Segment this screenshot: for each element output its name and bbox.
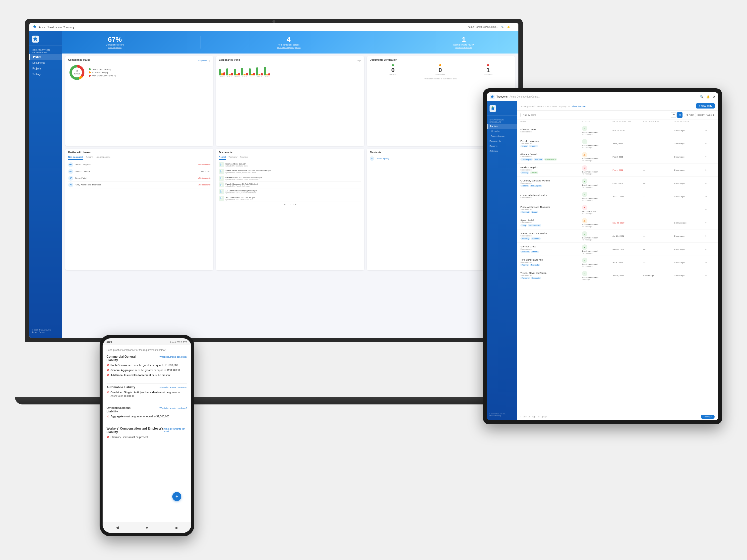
tablet-menu-icon[interactable]: ⚙: [713, 95, 715, 99]
party-name-7[interactable]: Purdy, Abshire and Thompson: [520, 206, 582, 208]
docs-tab-expiring[interactable]: Expiring: [240, 155, 248, 160]
sidebar-item-documents[interactable]: Documents: [29, 60, 62, 66]
col-name[interactable]: Name ▲: [520, 121, 582, 123]
prev-page-btn[interactable]: ◀: [532, 416, 533, 418]
tablet-sidebar-reports[interactable]: Reports: [487, 143, 517, 149]
menu-icon[interactable]: ⋮: [513, 26, 515, 28]
doc-name-4[interactable]: Farrell - Halvorsen -GL Auto AI Endl.pdf: [225, 183, 361, 185]
party-name-9[interactable]: Stamm, Bauch and Lemke: [520, 232, 582, 235]
issue-name-4[interactable]: Purdy, Abshire and Thompson: [75, 184, 196, 186]
noncompliant-link[interactable]: View non-compliant parties: [277, 46, 301, 49]
list-view-btn[interactable]: ☰: [671, 112, 676, 118]
more-icon-9[interactable]: ⋮: [708, 235, 710, 237]
phone-home-btn[interactable]: ●: [143, 523, 151, 532]
more-icon-2[interactable]: ⋮: [708, 142, 710, 145]
issue-name-3[interactable]: Sipes - Fadel: [75, 177, 196, 179]
edit-icon-2[interactable]: ✏: [705, 142, 707, 145]
bell-icon[interactable]: 🔔: [507, 26, 510, 28]
sort-button[interactable]: Sort by: Name ▼: [697, 114, 715, 116]
phone-back-btn[interactable]: ◀: [113, 523, 122, 532]
all-parties-link[interactable]: All parties: [198, 59, 207, 62]
more-icon-8[interactable]: ⋮: [708, 221, 710, 224]
doc-name-6[interactable]: Torp, Gerisch and Kub - GL WC.pdf: [225, 196, 361, 198]
sidebar-item-settings[interactable]: Settings: [29, 72, 62, 77]
filter-button[interactable]: ⚙ Filter: [684, 113, 696, 117]
sidebar-item-parties[interactable]: Parties: [29, 54, 62, 60]
more-icon-11[interactable]: ⋮: [708, 261, 710, 264]
doc-name-2[interactable]: Stamm Bauch and Lemke - GL Auto W9 Certi…: [225, 169, 361, 172]
tablet-sidebar-parties[interactable]: Parties: [487, 124, 517, 129]
sidebar-item-projects[interactable]: Projects: [29, 66, 62, 72]
edit-icon-3[interactable]: ✏: [705, 156, 707, 158]
doc-name-1[interactable]: Ebert and Sons Cert.pdf: [225, 163, 361, 165]
tablet-sidebar-settings[interactable]: Settings: [487, 149, 517, 154]
issues-tab-noncompliant[interactable]: Non-compliant: [68, 155, 83, 160]
edit-icon-9[interactable]: ✏: [705, 235, 707, 237]
party-name-8[interactable]: Sipes - Fadel: [520, 219, 582, 221]
docs-page-prev[interactable]: ◀: [284, 203, 285, 206]
col-status[interactable]: Status: [582, 121, 613, 123]
more-icon-10[interactable]: ⋮: [708, 248, 710, 250]
issues-tab-expiring[interactable]: Expiring: [86, 155, 93, 160]
party-name-4[interactable]: Mueller - Bogisich: [520, 166, 582, 169]
more-icon-6[interactable]: ⋮: [708, 195, 710, 198]
cgl-link[interactable]: What documents can I use?: [159, 356, 187, 358]
more-icon-4[interactable]: ⋮: [708, 169, 710, 171]
docs-tab-toreview[interactable]: To review: [229, 155, 237, 160]
trend-label-3: NOV 29: [235, 76, 240, 77]
edit-icon-4[interactable]: ✏: [705, 169, 707, 171]
next-page-btn[interactable]: ▶: [534, 416, 536, 418]
umbrella-req-x-1: ✕: [107, 415, 109, 418]
col-next-exp[interactable]: Next expiration: [613, 121, 643, 123]
party-name-3[interactable]: Gibson - Denesik: [520, 153, 582, 156]
compliance-score-link[interactable]: View all parties: [106, 46, 124, 49]
edit-icon-11[interactable]: ✏: [705, 261, 707, 264]
issue-name-2[interactable]: Gibson - Denesik: [75, 170, 200, 172]
edit-icon-10[interactable]: ✏: [705, 248, 707, 250]
grid-view-btn[interactable]: ⊞: [677, 112, 682, 118]
party-name-12[interactable]: Treutel, Glover and Trump: [520, 272, 582, 274]
tablet-sidebar-documents[interactable]: Documents: [487, 139, 517, 143]
issues-tab-nonresponsive[interactable]: Non-responsive: [96, 155, 110, 160]
party-name-11[interactable]: Torp, Gerisch and Kub: [520, 259, 582, 261]
issue-name-1[interactable]: Mueller - Bogisich: [75, 163, 196, 166]
edit-icon-5[interactable]: ✏: [705, 182, 707, 185]
tablet-bell-icon[interactable]: 🔔: [706, 95, 710, 99]
party-name-1[interactable]: Ebert and Sons: [520, 128, 582, 131]
more-icon-3[interactable]: ⋮: [708, 156, 710, 158]
search-icon[interactable]: 🔍: [501, 26, 504, 28]
new-party-button[interactable]: + New party: [696, 103, 715, 108]
party-name-10[interactable]: Stroiman Group: [520, 245, 582, 248]
phone-recent-btn[interactable]: ■: [172, 523, 181, 532]
more-icon-5[interactable]: ⋮: [708, 182, 710, 185]
party-name-2[interactable]: Farrell - Halvorsen: [520, 140, 582, 142]
more-icon-1[interactable]: ⋮: [708, 129, 710, 132]
edit-icon-7[interactable]: ✏: [705, 208, 707, 211]
edit-icon-8[interactable]: ✏: [705, 221, 707, 224]
docs-review-link[interactable]: Review documents: [454, 46, 474, 49]
more-icon-12[interactable]: ⋮: [708, 274, 710, 277]
docs-tab-recent[interactable]: Recent: [219, 155, 226, 160]
auto-link[interactable]: What documents can I use?: [159, 386, 187, 389]
tablet-search-icon[interactable]: 🔍: [700, 95, 704, 99]
doc-name-3[interactable]: O'Connell Stark and Wunshi - 2020 Cert.p…: [225, 176, 361, 179]
wc-link[interactable]: What documents can I use?: [164, 428, 187, 432]
umbrella-link[interactable]: What documents can I use?: [159, 407, 187, 409]
col-last-req[interactable]: Last request: [643, 121, 674, 123]
tablet-show-inactive[interactable]: show inactive: [572, 105, 586, 108]
doc-name-5[interactable]: A-1 Commercial Sweeping AI Endl.pdf: [225, 190, 361, 192]
edit-icon-1[interactable]: ✏: [705, 129, 707, 132]
edit-icon-12[interactable]: ✏: [705, 274, 707, 277]
col-last-act[interactable]: Last activity: [674, 121, 705, 123]
tablet-sidebar-all-parties[interactable]: All parties: [487, 129, 517, 134]
tablet-sidebar-subcontractors[interactable]: Subcontractors: [487, 134, 517, 139]
parties-search-input[interactable]: [520, 113, 555, 117]
phone-fab-button[interactable]: +: [172, 492, 181, 501]
party-name-5[interactable]: O'Connell, Stark and Wunsch: [520, 180, 582, 182]
message-button[interactable]: Message: [701, 415, 715, 419]
party-name-6[interactable]: O'Kon, Schulist and Marks: [520, 194, 582, 196]
docs-page-next[interactable]: 2 ▶: [293, 203, 296, 206]
edit-icon-6[interactable]: ✏: [705, 195, 707, 198]
compliance-filter-icon[interactable]: ⚙: [208, 59, 210, 62]
more-icon-7[interactable]: ⋮: [708, 208, 710, 211]
